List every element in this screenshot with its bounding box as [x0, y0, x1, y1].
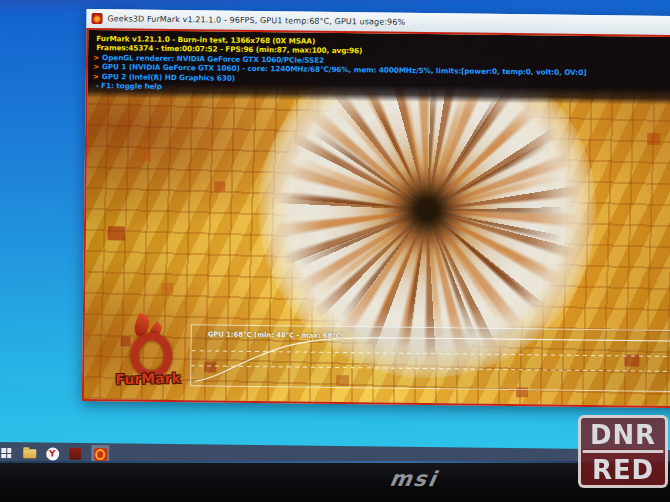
- watermark-line: DNR: [583, 418, 664, 450]
- osd-panel: FurMark v1.21.1.0 - Burn-in test, 1366x7…: [88, 30, 670, 106]
- gpu-temp-graph: GPU 1:68°C (min: 48°C - max: 68°C): [190, 324, 670, 392]
- weave-patch: [161, 283, 173, 294]
- weave-patch: [647, 133, 660, 145]
- laptop-bezel: msi: [0, 461, 670, 502]
- watermark-line: RED: [583, 450, 664, 485]
- window-title: Geeks3D FurMark v1.21.1.0 - 96FPS, GPU1 …: [107, 14, 405, 27]
- red-app-icon: [69, 448, 81, 460]
- laptop-screen-desktop: Geeks3D FurMark v1.21.1.0 - 96FPS, GPU1 …: [0, 0, 670, 472]
- furmark-app-icon: [94, 448, 107, 461]
- msi-logo: msi: [388, 467, 440, 491]
- weave-patch: [214, 181, 225, 191]
- furmark-render-area: FurMark v1.21.1.0 - Burn-in test, 1366x7…: [82, 28, 670, 408]
- furmark-wordmark: FurMark: [104, 370, 192, 388]
- laptop-photo: Geeks3D FurMark v1.21.1.0 - 96FPS, GPU1 …: [0, 0, 670, 502]
- file-explorer-icon: [23, 449, 36, 458]
- dnr-red-watermark: DNR RED: [578, 415, 668, 488]
- dragon-center-button[interactable]: Y: [45, 446, 59, 460]
- weave-patch: [139, 151, 151, 162]
- red-app-button[interactable]: [68, 447, 82, 461]
- windows-start-button[interactable]: [0, 446, 13, 460]
- furmark-logo: FurMark: [104, 318, 193, 395]
- gpu-temp-label: GPU 1:68°C (min: 48°C - max: 68°C): [208, 330, 344, 340]
- weave-patch: [108, 226, 125, 240]
- dragon-center-icon: Y: [46, 447, 59, 460]
- file-explorer-button[interactable]: [22, 446, 36, 460]
- windows-start-icon: [1, 448, 11, 458]
- furmark-flame-icon: [91, 13, 102, 24]
- furmark-window: Geeks3D FurMark v1.21.1.0 - 96FPS, GPU1 …: [82, 9, 670, 408]
